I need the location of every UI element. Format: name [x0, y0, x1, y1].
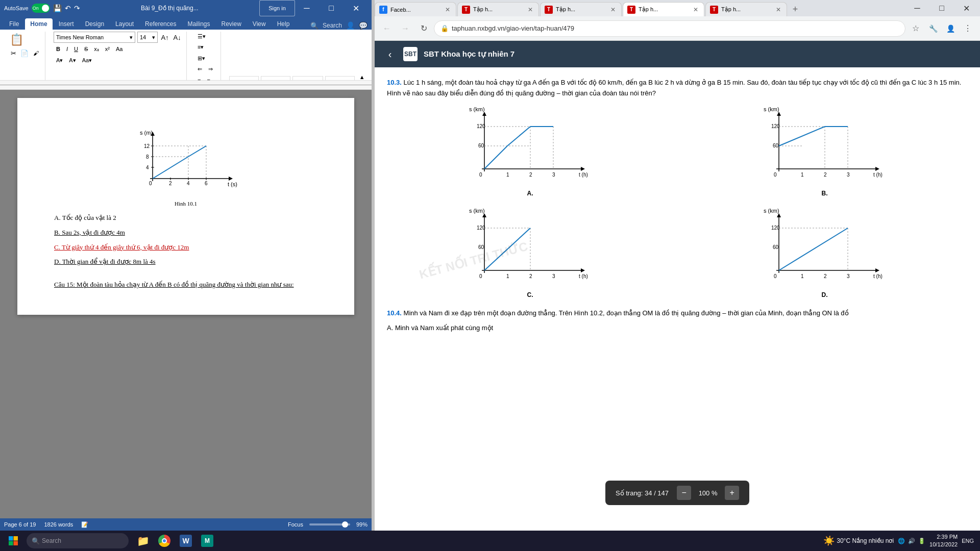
- font-name-dropdown[interactable]: Times New Roman ▾: [54, 32, 135, 43]
- comments-icon[interactable]: 💬: [359, 21, 368, 30]
- browser-close[interactable]: ✕: [954, 0, 978, 16]
- tab-references[interactable]: References: [140, 18, 181, 30]
- browser-tab-t2[interactable]: T Tập h... ✕: [540, 2, 622, 16]
- superscript-button[interactable]: x²: [103, 44, 112, 54]
- browser-tab-t4[interactable]: T Tập h... ✕: [705, 2, 787, 16]
- question-15-text: Câu 15: Một đoàn tàu hỏa chạy từ A đến B…: [54, 280, 317, 290]
- redo-icon[interactable]: ↷: [74, 4, 80, 12]
- address-bar[interactable]: 🔒 taphuan.nxbgd.vn/giao-vien/tap-huan/47…: [434, 20, 905, 37]
- share-icon[interactable]: 👤: [346, 21, 355, 30]
- tab-close-t4[interactable]: ✕: [774, 6, 782, 14]
- taskbar-weather[interactable]: ☀️ 30°C Nắng nhiều nơi: [823, 535, 894, 546]
- browser-tab-t1[interactable]: T Tập h... ✕: [457, 2, 539, 16]
- extensions-button[interactable]: 🔧: [925, 20, 941, 37]
- svg-text:60: 60: [478, 244, 484, 250]
- zoom-out-button[interactable]: −: [677, 486, 691, 500]
- tab-close-fb[interactable]: ✕: [444, 6, 452, 14]
- change-case-button[interactable]: Aa▾: [80, 56, 94, 65]
- tab-view[interactable]: View: [248, 18, 271, 30]
- tab-layout[interactable]: Layout: [110, 18, 139, 30]
- clear-format-button[interactable]: Aa: [113, 44, 125, 54]
- browser-titlebar: f Faceb... ✕ T Tập h... ✕ T Tập h... ✕ T…: [375, 0, 980, 16]
- figure-10-1-container: s (m) t (s) 4 8 12 2 4 6: [54, 128, 317, 207]
- font-selector: Times New Roman ▾ 14 ▾ A↑ A↓: [54, 32, 182, 43]
- browser-tab-fb[interactable]: f Faceb... ✕: [375, 2, 456, 16]
- language-indicator[interactable]: ENG: [962, 538, 974, 544]
- subscript-button[interactable]: x₂: [91, 44, 102, 54]
- cut-button[interactable]: ✂: [8, 49, 18, 57]
- signin-button[interactable]: Sign in: [259, 0, 295, 16]
- bullets-button[interactable]: ☰▾: [195, 32, 208, 41]
- underline-button[interactable]: U: [71, 44, 81, 54]
- question-10-4: 10.4. Minh và Nam đi xe đạp trên một đoạ…: [387, 308, 968, 319]
- zoom-slider[interactable]: [309, 523, 350, 525]
- close-button[interactable]: ✕: [344, 0, 368, 16]
- decrease-indent-button[interactable]: ⇐: [195, 64, 205, 74]
- strikethrough-button[interactable]: S: [82, 44, 90, 54]
- taskbar-chrome[interactable]: [154, 532, 175, 550]
- focus-button[interactable]: Focus: [288, 521, 303, 528]
- browser-minimize[interactable]: ─: [905, 0, 929, 16]
- text-highlight-button[interactable]: A▾: [54, 56, 65, 65]
- autosave-toggle[interactable]: On: [32, 4, 50, 13]
- copy-button[interactable]: 📄: [19, 49, 30, 57]
- profile-button[interactable]: 👤: [942, 20, 959, 37]
- browser-tab-t3[interactable]: T Tập h... ✕: [623, 2, 704, 16]
- taskbar-google-meet[interactable]: M: [197, 532, 217, 550]
- graph-option-c: s (km) 120 60 0 1 2 3 t (h): [387, 207, 673, 300]
- increase-font-button[interactable]: A↑: [160, 33, 170, 41]
- zoom-in-button[interactable]: +: [725, 486, 739, 500]
- search-label[interactable]: Search: [323, 22, 342, 29]
- taskbar-file-explorer[interactable]: 📁: [133, 532, 153, 550]
- browser-maximize[interactable]: □: [930, 0, 953, 16]
- tab-title-t1: Tập h...: [473, 6, 523, 13]
- font-size-dropdown[interactable]: 14 ▾: [137, 32, 158, 43]
- tab-mailings[interactable]: Mailings: [182, 18, 215, 30]
- tab-design[interactable]: Design: [80, 18, 109, 30]
- tab-title-t2: Tập h...: [556, 6, 606, 13]
- bold-button[interactable]: B: [54, 44, 63, 54]
- document-area[interactable]: s (m) t (s) 4 8 12 2 4 6: [0, 90, 372, 518]
- back-button[interactable]: ←: [379, 20, 395, 37]
- start-button[interactable]: [2, 532, 24, 550]
- format-painter-button[interactable]: 🖌: [31, 49, 41, 57]
- minimize-button[interactable]: ─: [295, 0, 318, 16]
- undo-icon[interactable]: ↶: [65, 4, 71, 12]
- svg-text:120: 120: [477, 225, 485, 231]
- ribbon-tabs: File Home Insert Design Layout Reference…: [0, 16, 372, 30]
- tab-help[interactable]: Help: [272, 18, 295, 30]
- taskbar-search[interactable]: 🔍 Search: [27, 533, 129, 548]
- svg-text:3: 3: [847, 172, 850, 178]
- tab-file[interactable]: File: [4, 18, 24, 30]
- graph-b-svg: s (km) 120 60 0 1 2 3 t (h): [764, 105, 886, 187]
- browser-content[interactable]: 10.3. Lúc 1 h sáng, một đoàn tàu hoả chạ…: [375, 67, 980, 531]
- forward-button[interactable]: →: [397, 20, 413, 37]
- refresh-button[interactable]: ↻: [415, 20, 432, 37]
- paste-button[interactable]: 📋: [8, 32, 24, 48]
- multilevel-button[interactable]: ⊞▾: [195, 54, 208, 63]
- maximize-button[interactable]: □: [320, 0, 343, 16]
- bookmark-button[interactable]: ☆: [908, 20, 924, 37]
- numbering-button[interactable]: ≡▾: [195, 42, 206, 52]
- quick-save-icon[interactable]: 💾: [53, 4, 62, 12]
- increase-indent-button[interactable]: ⇒: [206, 64, 215, 74]
- network-icon[interactable]: 🌐: [898, 538, 905, 544]
- menu-button[interactable]: ⋮: [960, 20, 976, 37]
- new-tab-button[interactable]: +: [788, 2, 802, 16]
- tab-insert[interactable]: Insert: [54, 18, 79, 30]
- tab-home[interactable]: Home: [25, 18, 52, 30]
- tab-close-t2[interactable]: ✕: [609, 6, 617, 14]
- italic-button[interactable]: I: [64, 44, 70, 54]
- browser-window: f Faceb... ✕ T Tập h... ✕ T Tập h... ✕ T…: [375, 0, 980, 531]
- taskbar-clock[interactable]: 2:39 PM 10/12/2022: [929, 533, 958, 549]
- font-color-row: A▾ A▾ Aa▾: [54, 56, 182, 65]
- taskbar-word[interactable]: W: [176, 532, 196, 550]
- tab-review[interactable]: Review: [216, 18, 246, 30]
- font-color-button[interactable]: A▾: [66, 56, 78, 65]
- back-nav-button[interactable]: ‹: [383, 47, 397, 61]
- battery-icon[interactable]: 🔋: [918, 538, 925, 544]
- tab-close-t1[interactable]: ✕: [526, 6, 534, 14]
- tab-close-t3[interactable]: ✕: [692, 6, 700, 14]
- volume-icon[interactable]: 🔊: [908, 538, 915, 544]
- decrease-font-button[interactable]: A↓: [172, 33, 182, 41]
